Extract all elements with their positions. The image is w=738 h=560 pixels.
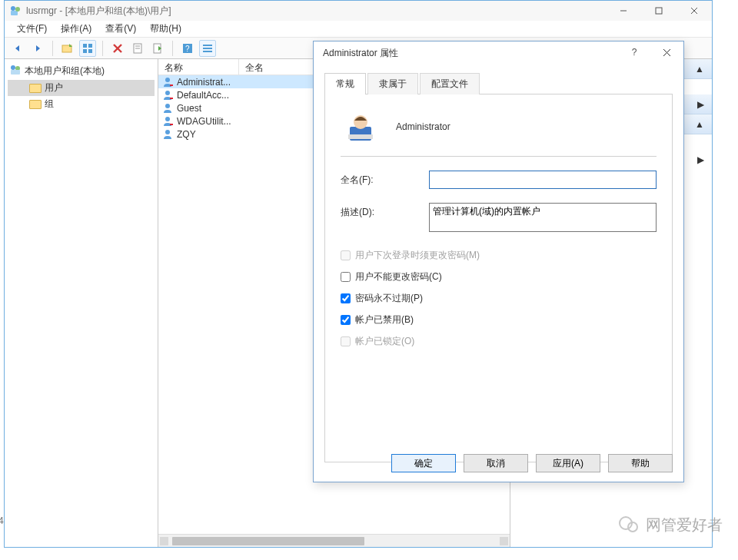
dialog-titlebar[interactable]: Administrator 属性 ?	[314, 41, 683, 65]
checkbox	[341, 336, 351, 346]
check-neverexpire[interactable]: 密码永不过期(P)	[341, 292, 657, 305]
help-button[interactable]: 帮助	[608, 454, 673, 472]
cancel-button[interactable]: 取消	[464, 454, 528, 472]
tree-item-label: 组	[45, 98, 54, 111]
svg-rect-9	[88, 44, 92, 48]
svg-rect-35	[348, 134, 373, 139]
user-icon	[161, 128, 174, 141]
menu-file[interactable]: 文件(F)	[11, 21, 53, 37]
properties-dialog: Administrator 属性 ? 常规 隶属于 配置文件 Administr…	[313, 41, 684, 482]
description-input[interactable]	[429, 203, 657, 232]
user-name: ZQY	[177, 129, 196, 140]
titlebar[interactable]: lusrmgr - [本地用户和组(本地)\用户]	[5, 1, 712, 21]
separator	[52, 41, 53, 56]
app-icon	[9, 5, 22, 17]
checkbox	[341, 250, 351, 260]
tab-general[interactable]: 常规	[324, 73, 366, 94]
list-view-icon[interactable]	[199, 40, 216, 57]
tab-general-body: Administrator 全名(F): 描述(D): 用户下次登录时须更改密码…	[324, 94, 673, 462]
svg-point-23	[11, 65, 15, 70]
user-avatar-icon	[345, 111, 376, 142]
check-label: 用户下次登录时须更改密码(M)	[355, 249, 480, 262]
menu-action[interactable]: 操作(A)	[55, 21, 98, 37]
tree-item-groups[interactable]: 组	[8, 96, 155, 112]
help-icon[interactable]: ?	[179, 40, 196, 57]
window-title: lusrmgr - [本地用户和组(本地)\用户]	[26, 5, 171, 18]
export-icon[interactable]	[149, 40, 166, 57]
svg-point-2	[15, 7, 20, 12]
folder-icon	[29, 100, 42, 109]
apply-button[interactable]: 应用(A)	[536, 454, 600, 472]
dialog-close-button[interactable]	[653, 43, 680, 61]
grid-view-icon[interactable]	[79, 40, 96, 57]
tree-pane[interactable]: 本地用户和组(本地) 用户 组	[5, 59, 158, 547]
check-disabled[interactable]: 帐户已禁用(B)	[341, 313, 657, 326]
user-name: Administrat...	[177, 77, 231, 88]
svg-rect-8	[83, 44, 87, 48]
maximize-button[interactable]	[641, 1, 676, 21]
svg-rect-1	[11, 11, 18, 15]
check-mustchange: 用户下次登录时须更改密码(M)	[341, 249, 657, 262]
close-button[interactable]	[676, 1, 712, 21]
properties-icon[interactable]	[129, 40, 146, 57]
wechat-icon	[618, 514, 640, 535]
chevron-right-icon: ▶	[697, 99, 704, 110]
user-name: DefaultAcc...	[177, 90, 229, 101]
scroll-thumb[interactable]	[172, 537, 364, 545]
tab-memberof[interactable]: 隶属于	[367, 73, 418, 94]
delete-icon[interactable]	[109, 40, 126, 57]
check-label: 密码永不过期(P)	[355, 292, 423, 305]
tree-root-label: 本地用户和组(本地)	[25, 65, 105, 78]
back-icon[interactable]	[9, 40, 26, 57]
user-icon	[161, 102, 174, 114]
page-number: 4	[0, 515, 4, 526]
svg-rect-4	[656, 8, 662, 14]
minimize-button[interactable]	[606, 1, 641, 21]
svg-point-37	[628, 522, 637, 532]
fullname-input[interactable]	[429, 171, 657, 189]
watermark-text: 网管爱好者	[646, 515, 723, 535]
tree-item-users[interactable]: 用户	[8, 80, 155, 96]
dialog-help-button[interactable]: ?	[620, 43, 648, 61]
check-label: 帐户已禁用(B)	[355, 313, 414, 326]
menu-view[interactable]: 查看(V)	[99, 21, 142, 37]
forward-icon[interactable]	[29, 40, 46, 57]
separator	[172, 41, 173, 56]
svg-rect-22	[203, 51, 212, 52]
svg-point-30	[165, 130, 170, 134]
svg-point-27	[165, 91, 170, 95]
checkbox[interactable]	[341, 272, 351, 282]
group-icon	[9, 64, 22, 78]
username-label: Administrator	[396, 121, 450, 132]
folder-icon	[29, 84, 42, 93]
horizontal-scrollbar[interactable]	[158, 534, 510, 547]
svg-rect-10	[83, 49, 87, 53]
column-name[interactable]: 名称	[158, 59, 239, 75]
fullname-label: 全名(F):	[341, 171, 429, 187]
svg-point-0	[11, 6, 15, 11]
description-label: 描述(D):	[341, 203, 429, 219]
tree-root[interactable]: 本地用户和组(本地)	[8, 62, 155, 80]
user-icon	[161, 115, 174, 128]
user-name: Guest	[177, 103, 201, 114]
check-label: 帐户已锁定(O)	[355, 335, 414, 348]
menu-bar: 文件(F) 操作(A) 查看(V) 帮助(H)	[5, 21, 712, 38]
svg-rect-21	[203, 48, 212, 49]
check-locked: 帐户已锁定(O)	[341, 335, 657, 348]
ok-button[interactable]: 确定	[391, 454, 456, 472]
check-cannotchange[interactable]: 用户不能更改密码(C)	[341, 270, 657, 283]
user-name: WDAGUtilit...	[177, 116, 231, 127]
dialog-tabs: 常规 隶属于 配置文件	[314, 65, 683, 94]
menu-help[interactable]: 帮助(H)	[144, 21, 188, 37]
dialog-buttons: 确定 取消 应用(A) 帮助	[391, 454, 673, 472]
new-folder-icon[interactable]	[59, 40, 76, 57]
check-label: 用户不能更改密码(C)	[355, 270, 442, 283]
tab-profile[interactable]: 配置文件	[420, 73, 480, 94]
watermark: 网管爱好者	[618, 514, 723, 535]
svg-point-28	[165, 104, 170, 108]
checkbox[interactable]	[341, 293, 351, 303]
chevron-up-icon: ▲	[695, 119, 704, 130]
user-icon	[161, 89, 174, 101]
checkbox[interactable]	[341, 315, 351, 325]
dialog-title: Administrator 属性	[323, 47, 398, 60]
